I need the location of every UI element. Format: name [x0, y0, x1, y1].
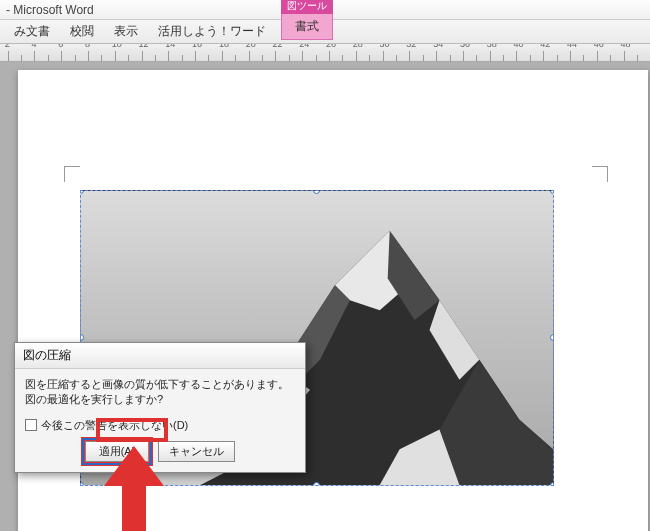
resize-handle[interactable] — [550, 190, 554, 194]
apply-button[interactable]: 適用(A) — [85, 441, 149, 462]
crop-mark-top-right — [592, 166, 608, 182]
horizontal-ruler: 2468101214161820222426283032343638404244… — [0, 44, 650, 62]
context-tab-group: 図ツール 書式 — [281, 0, 333, 40]
menu-review[interactable]: 校閲 — [60, 19, 104, 44]
checkbox-label: 今後この警告を表示しない(D) — [41, 418, 188, 433]
dont-show-again-checkbox[interactable]: 今後この警告を表示しない(D) — [25, 418, 295, 433]
document-area: 図の圧縮 図を圧縮すると画像の質が低下することがあります。図の最適化を実行します… — [0, 62, 650, 531]
dialog-button-row: 適用(A) キャンセル — [25, 441, 295, 462]
window-title: - Microsoft Word — [6, 3, 94, 17]
crop-mark-top-left — [64, 166, 80, 182]
resize-handle[interactable] — [80, 482, 84, 486]
checkbox-box[interactable] — [25, 419, 37, 431]
cancel-button[interactable]: キャンセル — [158, 441, 235, 462]
dialog-message: 図を圧縮すると画像の質が低下することがあります。図の最適化を実行しますか? — [25, 377, 295, 408]
dialog-title: 図の圧縮 — [15, 343, 305, 369]
resize-handle[interactable] — [550, 482, 554, 486]
menu-mixed-docs[interactable]: み文書 — [4, 19, 60, 44]
menu-katsuyou[interactable]: 活用しよう！ワード — [148, 19, 276, 44]
menu-view[interactable]: 表示 — [104, 19, 148, 44]
resize-handle[interactable] — [313, 482, 320, 486]
dialog-body: 図を圧縮すると画像の質が低下することがあります。図の最適化を実行しますか? 今後… — [15, 369, 305, 472]
compress-pictures-dialog: 図の圧縮 図を圧縮すると画像の質が低下することがあります。図の最適化を実行します… — [14, 342, 306, 473]
context-tab-format[interactable]: 書式 — [281, 14, 333, 40]
menu-bar: み文書 校閲 表示 活用しよう！ワード Acrobat 図ツール 書式 — [0, 20, 650, 44]
resize-handle[interactable] — [550, 334, 554, 341]
context-tab-label: 図ツール — [281, 0, 333, 14]
